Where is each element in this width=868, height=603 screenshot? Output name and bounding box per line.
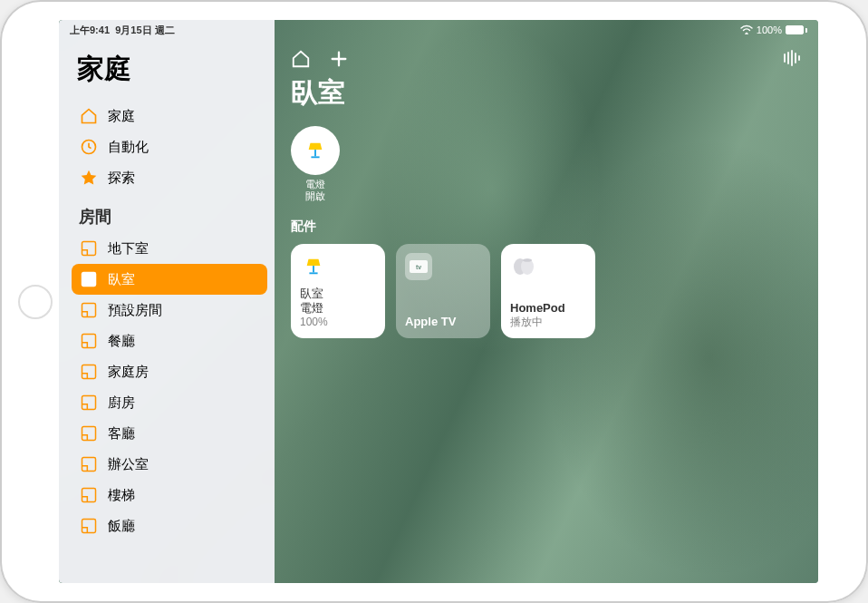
- room-icon: [79, 238, 99, 258]
- tile-status: 100%: [300, 316, 376, 329]
- appletv-icon: tv: [405, 253, 432, 280]
- lamp-icon: [305, 141, 325, 160]
- room-bedroom[interactable]: 臥室: [72, 264, 267, 295]
- nav-label: 家庭: [108, 108, 135, 125]
- status-bar: 上午9:41 9月15日 週二 100%: [59, 20, 818, 38]
- svg-rect-2: [82, 273, 96, 287]
- ipad-home-button[interactable]: [18, 285, 53, 319]
- main-content: 臥室 電燈開啟 配件: [275, 20, 818, 583]
- svg-rect-11: [314, 150, 316, 156]
- svg-rect-8: [82, 458, 96, 472]
- nav-automation[interactable]: 自動化: [72, 131, 267, 162]
- room-dininghall[interactable]: 飯廳: [72, 511, 267, 541]
- room-family[interactable]: 家庭房: [72, 356, 267, 387]
- room-label: 家庭房: [108, 364, 149, 381]
- room-office[interactable]: 辦公室: [72, 449, 267, 480]
- battery-icon: [786, 25, 807, 34]
- intercom-icon-button[interactable]: [782, 49, 802, 69]
- room-label: 餐廳: [108, 333, 135, 350]
- room-basement[interactable]: 地下室: [72, 233, 267, 264]
- room-label: 臥室: [108, 271, 135, 288]
- room-icon: [79, 269, 99, 289]
- room-stair[interactable]: 樓梯: [72, 480, 267, 511]
- svg-text:tv: tv: [416, 264, 421, 270]
- room-label: 預設房間: [108, 302, 162, 319]
- wifi-icon: [740, 24, 753, 36]
- tile-label: Apple TV: [405, 315, 481, 329]
- app-title: 家庭: [72, 51, 267, 88]
- svg-rect-7: [82, 427, 96, 441]
- svg-rect-5: [82, 365, 96, 379]
- clock-icon: [79, 137, 99, 157]
- star-icon: [79, 168, 99, 188]
- tile-line: 臥室: [300, 287, 376, 301]
- room-icon: [79, 362, 99, 382]
- svg-rect-14: [309, 273, 317, 275]
- room-default[interactable]: 預設房間: [72, 295, 267, 326]
- svg-rect-3: [82, 304, 96, 317]
- nav-label: 自動化: [108, 139, 149, 156]
- room-label: 飯廳: [108, 518, 135, 535]
- svg-point-19: [523, 259, 532, 263]
- room-title: 臥室: [291, 74, 802, 112]
- lamp-icon: [300, 253, 327, 280]
- scene-lights-on[interactable]: [291, 126, 340, 175]
- nav-label: 探索: [108, 170, 135, 187]
- nav-discover[interactable]: 探索: [72, 162, 267, 193]
- room-kitchen[interactable]: 廚房: [72, 387, 267, 418]
- room-living[interactable]: 客廳: [72, 418, 267, 449]
- accessory-homepod[interactable]: HomePod 播放中: [501, 244, 595, 338]
- room-icon: [79, 331, 99, 351]
- homepod-icon: [510, 253, 537, 280]
- svg-rect-6: [82, 396, 96, 410]
- add-button[interactable]: [329, 49, 349, 69]
- room-label: 廚房: [108, 394, 135, 412]
- tile-label: HomePod: [510, 301, 586, 316]
- svg-rect-4: [82, 335, 96, 348]
- room-icon: [79, 393, 99, 413]
- room-label: 地下室: [108, 240, 149, 258]
- home-icon-button[interactable]: [291, 49, 311, 69]
- room-label: 樓梯: [108, 487, 135, 504]
- sidebar: 家庭 家庭 自動化 探索 房間: [59, 20, 275, 583]
- svg-rect-9: [82, 489, 96, 502]
- svg-rect-12: [311, 156, 319, 158]
- status-time: 上午9:41: [70, 24, 110, 35]
- room-icon: [79, 516, 99, 536]
- room-icon: [79, 423, 99, 443]
- svg-rect-13: [313, 266, 314, 272]
- accessory-apple-tv[interactable]: tv Apple TV: [396, 244, 490, 338]
- rooms-header: 房間: [79, 206, 267, 228]
- room-icon: [79, 300, 99, 320]
- tile-status: 播放中: [510, 316, 586, 329]
- svg-rect-10: [82, 520, 96, 533]
- room-icon: [79, 454, 99, 474]
- scene-label: 電燈開啟: [305, 179, 325, 202]
- room-dining[interactable]: 餐廳: [72, 326, 267, 356]
- accessories-label: 配件: [291, 219, 802, 235]
- battery-percent: 100%: [757, 24, 782, 35]
- accessory-bedroom-light[interactable]: 臥室 電燈 100%: [291, 244, 385, 338]
- house-icon: [79, 106, 99, 126]
- svg-rect-1: [82, 242, 96, 256]
- room-label: 辦公室: [108, 456, 149, 473]
- status-date: 9月15日 週二: [115, 24, 174, 35]
- nav-home[interactable]: 家庭: [72, 101, 267, 131]
- room-icon: [79, 485, 99, 505]
- room-label: 客廳: [108, 425, 135, 443]
- tile-line: 電燈: [300, 301, 376, 316]
